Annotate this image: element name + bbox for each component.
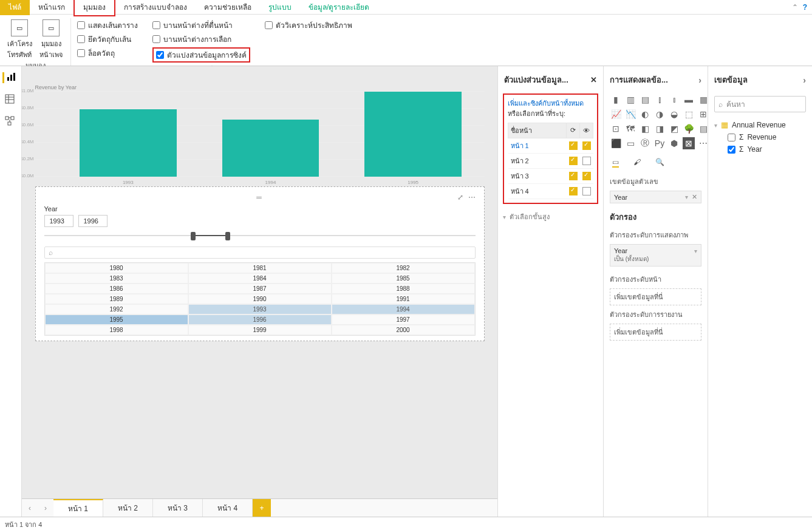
- field-revenue[interactable]: Σ Revenue: [714, 131, 806, 143]
- drag-handle-icon[interactable]: ═: [256, 193, 263, 202]
- tab-data-drill[interactable]: ข้อมูล/ดูรายละเอียด: [300, 0, 378, 15]
- chk-snap[interactable]: ยึดวัตถุกับเส้น: [77, 33, 138, 45]
- year-cell[interactable]: 1987: [188, 284, 332, 294]
- sync-checkbox[interactable]: [569, 157, 578, 165]
- viz-type-icon[interactable]: ▥: [624, 93, 636, 106]
- remove-field-icon[interactable]: ✕: [692, 193, 697, 201]
- viz-type-icon[interactable]: ◐: [639, 108, 651, 120]
- field-year[interactable]: Σ Year: [714, 143, 806, 155]
- year-cell[interactable]: 1989: [45, 294, 188, 304]
- chk-selection-pane[interactable]: บานหน้าต่างการเลือก: [152, 33, 250, 45]
- viz-type-icon[interactable]: ▭: [624, 137, 636, 149]
- viz-type-icon[interactable]: ▮: [610, 93, 622, 106]
- collapse-icon[interactable]: [803, 75, 806, 85]
- year-cell[interactable]: 1994: [332, 304, 475, 314]
- slider-handle-left[interactable]: [191, 232, 196, 240]
- slider-handle-right[interactable]: [225, 232, 230, 240]
- phone-layout-button[interactable]: ▭ เค้าโครงโทรศัพท์: [6, 19, 33, 60]
- data-view-icon[interactable]: [5, 94, 17, 105]
- year-cell[interactable]: 1990: [188, 294, 332, 304]
- viz-type-icon[interactable]: ▬: [683, 93, 695, 106]
- table-annual-revenue[interactable]: ▦ Annual Revenue: [714, 118, 806, 131]
- report-view-icon[interactable]: [2, 72, 15, 83]
- range-to-input[interactable]: 1996: [78, 215, 107, 227]
- format-tab-icon[interactable]: 🖌: [633, 158, 641, 168]
- tab-help[interactable]: ความช่วยเหลือ: [196, 0, 260, 15]
- filter-card-year[interactable]: Year เป็น (ทั้งหมด): [610, 244, 701, 267]
- show-checkbox[interactable]: [582, 187, 591, 195]
- viz-type-icon[interactable]: ⬚: [683, 108, 695, 120]
- viz-type-icon[interactable]: 🌳: [683, 123, 695, 135]
- viz-type-icon[interactable]: ◒: [668, 108, 680, 120]
- range-slider[interactable]: [44, 231, 476, 240]
- advanced-options-toggle[interactable]: ตัวเลือกขั้นสูง: [503, 211, 598, 222]
- year-cell[interactable]: 1992: [45, 304, 188, 314]
- chevron-down-icon[interactable]: [685, 193, 688, 201]
- slicer-search[interactable]: ⌕: [44, 246, 476, 259]
- chk-lock[interactable]: ล็อควัตถุ: [77, 47, 138, 59]
- viz-type-icon[interactable]: ⬛: [610, 137, 622, 149]
- analytics-tab-icon[interactable]: 🔍: [655, 158, 664, 168]
- viz-type-icon[interactable]: Py: [653, 137, 666, 149]
- chevron-down-icon[interactable]: [694, 247, 697, 254]
- chk-gridlines[interactable]: แสดงเส้นตาราง: [77, 19, 138, 31]
- tab-file[interactable]: ไฟล์: [0, 0, 30, 15]
- chk-header-pane[interactable]: บานหน้าต่างที่ดื่นหน้า: [152, 19, 250, 31]
- show-checkbox[interactable]: [582, 157, 591, 165]
- model-view-icon[interactable]: [5, 116, 17, 127]
- year-cell[interactable]: 1981: [188, 263, 332, 273]
- viz-type-icon[interactable]: ⫾: [668, 93, 680, 106]
- tab-home[interactable]: หน้าแรก: [30, 0, 73, 15]
- tab-view[interactable]: มุมมอง: [73, 0, 115, 16]
- sync-checkbox[interactable]: [569, 141, 578, 150]
- viz-type-icon[interactable]: Ⓡ: [639, 137, 651, 149]
- page-nav-next[interactable]: ›: [38, 499, 53, 517]
- year-cell[interactable]: 1999: [188, 325, 332, 335]
- viz-type-icon[interactable]: ◨: [653, 123, 666, 135]
- fields-search[interactable]: ⌕ ค้นหา: [714, 96, 806, 112]
- year-cell[interactable]: 1988: [332, 284, 475, 294]
- viz-type-icon[interactable]: 🗺: [624, 123, 636, 135]
- year-cell[interactable]: 1982: [332, 263, 475, 273]
- year-cell[interactable]: 1983: [45, 273, 188, 284]
- viz-type-icon[interactable]: ⊠: [683, 137, 695, 149]
- sync-all-link[interactable]: เพิ่มและซิงค์กับหน้าทั้งหมด: [508, 100, 584, 107]
- year-cell[interactable]: 1984: [188, 273, 332, 284]
- show-checkbox[interactable]: [582, 141, 591, 150]
- chart-visual[interactable]: Revenue by Year $0.0M$0.2M$0.4M$0.6M$0.8…: [35, 84, 485, 177]
- viz-type-icon[interactable]: ⊡: [610, 123, 622, 135]
- range-from-input[interactable]: 1993: [44, 215, 73, 227]
- page-view-button[interactable]: ▭ มุมมองหน้าเพจ: [38, 19, 64, 60]
- viz-type-icon[interactable]: ◑: [653, 108, 666, 120]
- year-cell[interactable]: 1995: [45, 314, 188, 325]
- viz-type-icon[interactable]: 📉: [624, 108, 636, 120]
- year-list[interactable]: 1980198119821983198419851986198719881989…: [44, 262, 476, 336]
- viz-type-icon[interactable]: 📈: [610, 108, 622, 120]
- viz-type-icon[interactable]: ◧: [639, 123, 651, 135]
- fields-tab-icon[interactable]: ▭: [612, 158, 619, 168]
- collapse-icon[interactable]: [698, 75, 701, 85]
- year-cell[interactable]: 1997: [332, 314, 475, 325]
- page-tab-1[interactable]: หน้า 1: [53, 499, 103, 517]
- viz-type-icon[interactable]: ⫿: [653, 93, 666, 106]
- year-cell[interactable]: 2000: [332, 325, 475, 335]
- help-icon[interactable]: ?: [803, 3, 807, 12]
- sync-checkbox[interactable]: [569, 172, 578, 180]
- viz-type-icon[interactable]: ⬢: [668, 137, 680, 149]
- page-tab-3[interactable]: หน้า 3: [153, 499, 203, 517]
- more-options-icon[interactable]: ⋯: [468, 193, 476, 202]
- close-icon[interactable]: ✕: [590, 75, 597, 84]
- tab-format[interactable]: รูปแบบ: [260, 0, 300, 15]
- year-cell[interactable]: 1998: [45, 325, 188, 335]
- year-cell[interactable]: 1991: [332, 294, 475, 304]
- year-cell[interactable]: 1993: [188, 304, 332, 314]
- chk-sync-slicers[interactable]: ตัวแบ่งส่วนข้อมูลการซิงค์: [152, 47, 250, 63]
- axis-field-well[interactable]: Year ✕: [610, 191, 701, 203]
- year-cell[interactable]: 1985: [332, 273, 475, 284]
- tab-modeling[interactable]: การสร้างแบบจำลอง: [115, 0, 196, 15]
- show-checkbox[interactable]: [582, 172, 591, 180]
- year-cell[interactable]: 1996: [188, 314, 332, 325]
- page-tab-4[interactable]: หน้า 4: [203, 499, 253, 517]
- chk-perf-analyzer[interactable]: ตัววิเคราะห์ประสิทธิภาพ: [265, 19, 352, 31]
- focus-mode-icon[interactable]: ⤢: [457, 193, 463, 202]
